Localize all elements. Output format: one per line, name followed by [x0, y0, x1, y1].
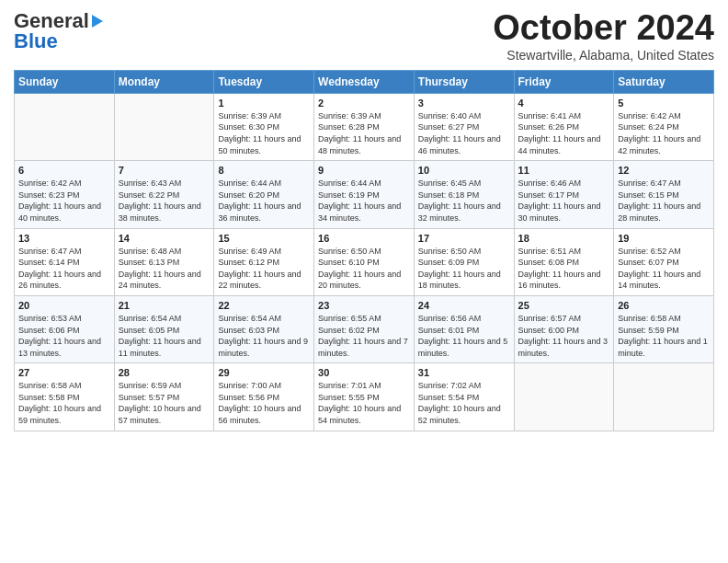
calendar-day-cell: 12Sunrise: 6:47 AM Sunset: 6:15 PM Dayli…: [614, 161, 714, 228]
day-number: 12: [618, 165, 710, 176]
calendar-day-cell: 11Sunrise: 6:46 AM Sunset: 6:17 PM Dayli…: [514, 161, 614, 228]
calendar-day-cell: 28Sunrise: 6:59 AM Sunset: 5:57 PM Dayli…: [114, 363, 214, 431]
calendar-day-cell: 19Sunrise: 6:52 AM Sunset: 6:07 PM Dayli…: [614, 228, 714, 295]
calendar-day-cell: 25Sunrise: 6:57 AM Sunset: 6:00 PM Dayli…: [514, 295, 614, 362]
calendar-day-cell: 5Sunrise: 6:42 AM Sunset: 6:24 PM Daylig…: [614, 93, 714, 160]
day-info: Sunrise: 7:00 AM Sunset: 5:56 PM Dayligh…: [218, 380, 310, 426]
day-info: Sunrise: 7:02 AM Sunset: 5:54 PM Dayligh…: [418, 380, 510, 426]
day-info: Sunrise: 6:53 AM Sunset: 6:06 PM Dayligh…: [18, 313, 110, 359]
calendar-day-header: Monday: [114, 70, 214, 93]
calendar-day-cell: 2Sunrise: 6:39 AM Sunset: 6:28 PM Daylig…: [314, 93, 415, 160]
day-number: 25: [518, 300, 610, 311]
calendar-day-cell: 8Sunrise: 6:44 AM Sunset: 6:20 PM Daylig…: [214, 161, 314, 228]
calendar-day-cell: 17Sunrise: 6:50 AM Sunset: 6:09 PM Dayli…: [414, 228, 514, 295]
day-info: Sunrise: 6:40 AM Sunset: 6:27 PM Dayligh…: [418, 110, 510, 156]
logo-arrow-icon: [92, 15, 103, 28]
calendar-day-cell: 13Sunrise: 6:47 AM Sunset: 6:14 PM Dayli…: [15, 228, 115, 295]
day-info: Sunrise: 6:50 AM Sunset: 6:10 PM Dayligh…: [318, 246, 410, 292]
day-info: Sunrise: 6:50 AM Sunset: 6:09 PM Dayligh…: [418, 246, 510, 292]
calendar-day-cell: 22Sunrise: 6:54 AM Sunset: 6:03 PM Dayli…: [214, 295, 314, 362]
day-info: Sunrise: 6:56 AM Sunset: 6:01 PM Dayligh…: [418, 313, 510, 359]
day-number: 17: [418, 233, 510, 244]
calendar-day-cell: 7Sunrise: 6:43 AM Sunset: 6:22 PM Daylig…: [114, 161, 214, 228]
day-number: 7: [119, 165, 210, 176]
calendar-day-header: Tuesday: [214, 70, 314, 93]
location: Stewartville, Alabama, United States: [493, 48, 714, 63]
day-number: 27: [18, 367, 110, 378]
calendar-week-row: 20Sunrise: 6:53 AM Sunset: 6:06 PM Dayli…: [15, 295, 714, 362]
day-number: 22: [218, 300, 310, 311]
day-number: 8: [218, 165, 310, 176]
day-number: 26: [618, 300, 710, 311]
calendar-day-header: Thursday: [414, 70, 514, 93]
calendar-day-cell: [15, 93, 115, 160]
calendar-day-cell: [114, 93, 214, 160]
logo-blue: Blue: [14, 29, 58, 53]
day-info: Sunrise: 6:52 AM Sunset: 6:07 PM Dayligh…: [618, 246, 710, 292]
logo: General Blue: [14, 9, 103, 53]
calendar-day-header: Wednesday: [314, 70, 415, 93]
day-number: 31: [418, 367, 510, 378]
calendar-day-cell: 14Sunrise: 6:48 AM Sunset: 6:13 PM Dayli…: [114, 228, 214, 295]
title-block: October 2024 Stewartville, Alabama, Unit…: [493, 9, 714, 63]
day-number: 16: [318, 233, 410, 244]
calendar-day-cell: 20Sunrise: 6:53 AM Sunset: 6:06 PM Dayli…: [15, 295, 115, 362]
calendar-week-row: 27Sunrise: 6:58 AM Sunset: 5:58 PM Dayli…: [15, 363, 714, 431]
page: General Blue October 2024 Stewartville, …: [0, 0, 728, 445]
calendar-day-cell: 23Sunrise: 6:55 AM Sunset: 6:02 PM Dayli…: [314, 295, 415, 362]
day-info: Sunrise: 6:45 AM Sunset: 6:18 PM Dayligh…: [418, 178, 510, 224]
calendar-day-cell: 26Sunrise: 6:58 AM Sunset: 5:59 PM Dayli…: [614, 295, 714, 362]
day-info: Sunrise: 6:54 AM Sunset: 6:05 PM Dayligh…: [119, 313, 210, 359]
calendar-week-row: 13Sunrise: 6:47 AM Sunset: 6:14 PM Dayli…: [15, 228, 714, 295]
calendar-day-cell: 10Sunrise: 6:45 AM Sunset: 6:18 PM Dayli…: [414, 161, 514, 228]
day-info: Sunrise: 6:57 AM Sunset: 6:00 PM Dayligh…: [518, 313, 610, 359]
calendar-day-cell: [614, 363, 714, 431]
day-info: Sunrise: 6:58 AM Sunset: 5:59 PM Dayligh…: [618, 313, 710, 359]
day-number: 2: [318, 98, 410, 109]
calendar-day-cell: 21Sunrise: 6:54 AM Sunset: 6:05 PM Dayli…: [114, 295, 214, 362]
day-number: 3: [418, 98, 510, 109]
day-info: Sunrise: 6:49 AM Sunset: 6:12 PM Dayligh…: [218, 246, 310, 292]
calendar: SundayMondayTuesdayWednesdayThursdayFrid…: [14, 70, 714, 431]
day-info: Sunrise: 6:41 AM Sunset: 6:26 PM Dayligh…: [518, 110, 610, 156]
calendar-day-cell: 30Sunrise: 7:01 AM Sunset: 5:55 PM Dayli…: [314, 363, 415, 431]
calendar-day-cell: 1Sunrise: 6:39 AM Sunset: 6:30 PM Daylig…: [214, 93, 314, 160]
calendar-day-cell: [514, 363, 614, 431]
calendar-header-row: SundayMondayTuesdayWednesdayThursdayFrid…: [15, 70, 714, 93]
day-number: 9: [318, 165, 410, 176]
calendar-day-header: Sunday: [15, 70, 115, 93]
calendar-day-cell: 3Sunrise: 6:40 AM Sunset: 6:27 PM Daylig…: [414, 93, 514, 160]
day-info: Sunrise: 6:59 AM Sunset: 5:57 PM Dayligh…: [119, 380, 210, 426]
calendar-day-header: Friday: [514, 70, 614, 93]
calendar-day-cell: 6Sunrise: 6:42 AM Sunset: 6:23 PM Daylig…: [15, 161, 115, 228]
calendar-day-cell: 16Sunrise: 6:50 AM Sunset: 6:10 PM Dayli…: [314, 228, 415, 295]
calendar-day-cell: 27Sunrise: 6:58 AM Sunset: 5:58 PM Dayli…: [15, 363, 115, 431]
day-number: 23: [318, 300, 410, 311]
day-number: 6: [18, 165, 110, 176]
calendar-day-cell: 4Sunrise: 6:41 AM Sunset: 6:26 PM Daylig…: [514, 93, 614, 160]
day-info: Sunrise: 6:39 AM Sunset: 6:28 PM Dayligh…: [318, 110, 410, 156]
day-info: Sunrise: 6:44 AM Sunset: 6:19 PM Dayligh…: [318, 178, 410, 224]
day-info: Sunrise: 7:01 AM Sunset: 5:55 PM Dayligh…: [318, 380, 410, 426]
day-info: Sunrise: 6:54 AM Sunset: 6:03 PM Dayligh…: [218, 313, 310, 359]
day-number: 21: [119, 300, 210, 311]
day-info: Sunrise: 6:46 AM Sunset: 6:17 PM Dayligh…: [518, 178, 610, 224]
calendar-day-cell: 24Sunrise: 6:56 AM Sunset: 6:01 PM Dayli…: [414, 295, 514, 362]
calendar-day-cell: 31Sunrise: 7:02 AM Sunset: 5:54 PM Dayli…: [414, 363, 514, 431]
day-info: Sunrise: 6:42 AM Sunset: 6:24 PM Dayligh…: [618, 110, 710, 156]
day-number: 4: [518, 98, 610, 109]
header: General Blue October 2024 Stewartville, …: [14, 9, 714, 63]
day-number: 14: [119, 233, 210, 244]
day-info: Sunrise: 6:47 AM Sunset: 6:15 PM Dayligh…: [618, 178, 710, 224]
calendar-day-cell: 15Sunrise: 6:49 AM Sunset: 6:12 PM Dayli…: [214, 228, 314, 295]
day-number: 19: [618, 233, 710, 244]
day-number: 24: [418, 300, 510, 311]
day-info: Sunrise: 6:48 AM Sunset: 6:13 PM Dayligh…: [119, 246, 210, 292]
day-info: Sunrise: 6:47 AM Sunset: 6:14 PM Dayligh…: [18, 246, 110, 292]
day-info: Sunrise: 6:44 AM Sunset: 6:20 PM Dayligh…: [218, 178, 310, 224]
day-number: 15: [218, 233, 310, 244]
day-number: 1: [218, 98, 310, 109]
day-info: Sunrise: 6:43 AM Sunset: 6:22 PM Dayligh…: [119, 178, 210, 224]
day-info: Sunrise: 6:39 AM Sunset: 6:30 PM Dayligh…: [218, 110, 310, 156]
calendar-week-row: 6Sunrise: 6:42 AM Sunset: 6:23 PM Daylig…: [15, 161, 714, 228]
